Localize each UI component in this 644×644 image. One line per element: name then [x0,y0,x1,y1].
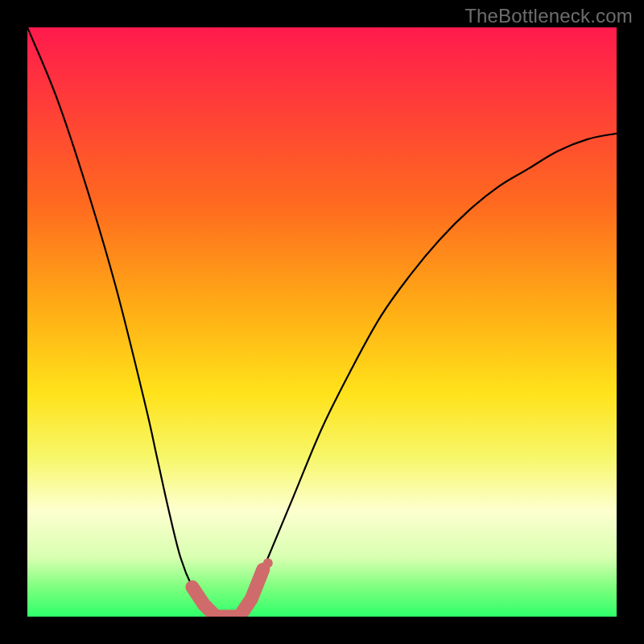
curve-path [27,27,617,617]
bottleneck-curve [27,27,617,617]
curve-svg [27,27,617,617]
min-markers [192,558,273,617]
watermark-text: TheBottleneck.com [464,5,633,27]
chart-frame: TheBottleneck.com [0,0,644,644]
min-dot [263,558,273,568]
plot-area [27,27,617,617]
min-blob [192,569,263,617]
